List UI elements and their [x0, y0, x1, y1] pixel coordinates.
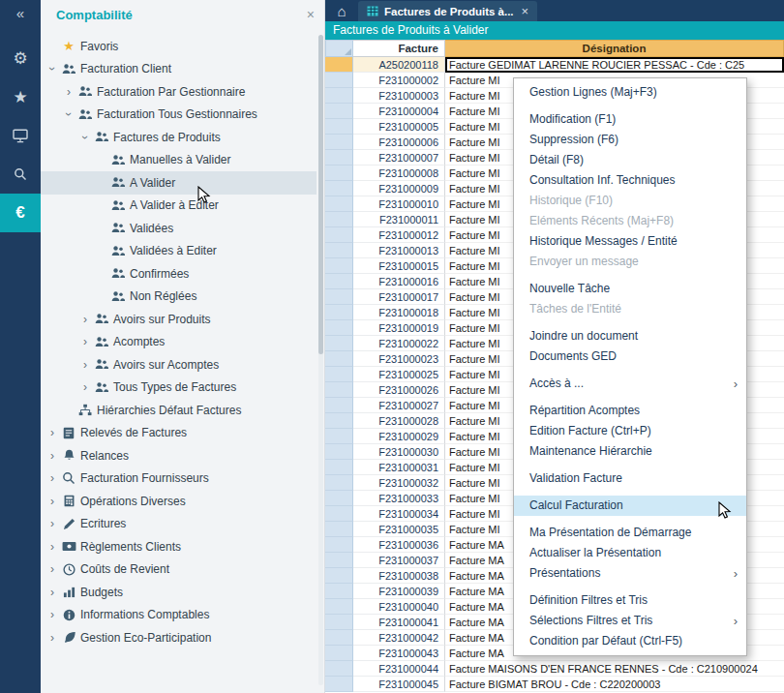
chevron-down-icon[interactable]: › — [45, 61, 59, 76]
menu-item-selections-filtres-et-tris[interactable]: Sélections Filtres et Tris› — [514, 611, 746, 631]
chevron-right-icon[interactable]: › — [45, 586, 60, 599]
row-selector-cell[interactable] — [325, 413, 353, 429]
menu-item-ma-presentation-de-demarrage[interactable]: Ma Présentation de Démarrage — [514, 523, 746, 543]
row-selector-cell[interactable] — [325, 88, 353, 104]
chevron-right-icon[interactable]: › — [77, 313, 93, 326]
row-selector-cell[interactable] — [325, 615, 353, 630]
row-selector-cell[interactable] — [325, 119, 353, 135]
sidebar-item-a-valider-a-editer[interactable]: A Valider à Editer — [41, 195, 317, 218]
chevron-right-icon[interactable]: › — [61, 85, 76, 99]
column-header-facture[interactable]: Facture — [353, 40, 445, 57]
row-selector-cell[interactable] — [325, 104, 353, 119]
tab-factures-de-produits[interactable]: Factures de Produits à... × — [358, 1, 537, 21]
row-selector-cell[interactable] — [325, 568, 353, 584]
sidebar-item-relances[interactable]: ›Relances — [41, 444, 317, 467]
sidebar-item-ecritures[interactable]: ›Ecritures — [41, 513, 317, 536]
menu-item-joindre-un-document[interactable]: Joindre un document — [514, 326, 746, 346]
sidebar-item-reglements-clients[interactable]: ›Règlements Clients — [41, 535, 317, 558]
chevron-down-icon[interactable]: › — [78, 130, 92, 145]
row-selector-cell[interactable] — [325, 646, 353, 661]
sidebar-item-facturation-tous-gestionnaires[interactable]: ›Facturation Tous Gestionnaires — [41, 104, 317, 127]
chevron-right-icon[interactable]: › — [45, 471, 60, 485]
menu-item-documents-ged[interactable]: Documents GED — [514, 346, 746, 367]
collapse-sidebar-icon[interactable]: « — [0, 0, 41, 25]
sidebar-item-avoirs-sur-acomptes[interactable]: ›Avoirs sur Acomptes — [41, 353, 317, 377]
row-selector-cell[interactable] — [325, 289, 353, 305]
row-selector-cell[interactable] — [325, 584, 353, 599]
chevron-right-icon[interactable]: › — [45, 540, 60, 554]
select-all-header-cell[interactable] — [325, 40, 353, 57]
table-row[interactable]: F231000045Facture BIGMAT BROU - Cde : C2… — [325, 677, 784, 692]
chevron-down-icon[interactable]: › — [62, 106, 75, 122]
row-selector-cell[interactable] — [325, 522, 353, 537]
sidebar-item-confirmees[interactable]: Confirmées — [41, 262, 317, 286]
menu-item-nouvelle-tache[interactable]: Nouvelle Tâche — [514, 279, 746, 299]
row-selector-cell[interactable] — [325, 351, 353, 367]
menu-item-presentations[interactable]: Présentations› — [514, 563, 746, 584]
menu-item-acces-a[interactable]: Accès à ...› — [514, 374, 746, 394]
chevron-right-icon[interactable]: › — [45, 631, 60, 645]
row-selector-cell[interactable] — [325, 398, 353, 413]
menu-item-repartition-acomptes[interactable]: Répartition Acomptes — [514, 401, 746, 421]
chevron-right-icon[interactable]: › — [45, 517, 60, 530]
chevron-right-icon[interactable]: › — [45, 449, 60, 463]
sidebar-item-facturation-client[interactable]: ›Facturation Client — [41, 58, 317, 81]
row-selector-cell[interactable] — [325, 475, 353, 491]
chevron-right-icon[interactable]: › — [77, 358, 93, 372]
row-selector-cell[interactable] — [325, 150, 353, 166]
row-selector-cell[interactable] — [325, 630, 353, 646]
menu-item-definition-filtres-et-tris[interactable]: Définition Filtres et Tris — [514, 590, 746, 611]
column-header-designation[interactable]: Désignation — [445, 40, 784, 57]
menu-item-detail-f8[interactable]: Détail (F8) — [514, 150, 746, 170]
row-selector-cell[interactable] — [325, 537, 353, 553]
sidebar-item-facturation-par-gestionnaire[interactable]: ›Facturation Par Gestionnaire — [41, 80, 317, 104]
row-selector-cell[interactable] — [325, 57, 353, 73]
sidebar-item-validees[interactable]: Validées — [41, 217, 317, 240]
menu-item-historique-messages-entite[interactable]: Historique Messages / Entité — [514, 231, 746, 252]
sidebar-item-favoris[interactable]: ★Favoris — [41, 35, 317, 58]
search-icon[interactable] — [0, 155, 41, 194]
menu-item-condition-par-defaut-ctrl-f5[interactable]: Condition par Défaut (Ctrl-F5) — [514, 631, 746, 651]
row-selector-cell[interactable] — [325, 73, 353, 88]
sidebar-item-avoirs-sur-produits[interactable]: ›Avoirs sur Produits — [41, 308, 317, 331]
row-selector-cell[interactable] — [325, 212, 353, 227]
chevron-right-icon[interactable]: › — [45, 562, 60, 576]
row-selector-cell[interactable] — [325, 677, 353, 692]
sidebar-close-button[interactable]: × — [307, 8, 315, 21]
sidebar-item-releves-de-factures[interactable]: ›Relevés de Factures — [41, 422, 317, 445]
sidebar-item-acomptes[interactable]: ›Acomptes — [41, 331, 317, 354]
menu-item-actualiser-la-presentation[interactable]: Actualiser la Présentation — [514, 543, 746, 563]
sidebar-item-informations-comptables[interactable]: ›Informations Comptables — [41, 604, 317, 627]
row-selector-cell[interactable] — [325, 599, 353, 615]
row-selector-cell[interactable] — [325, 227, 353, 243]
menu-item-edition-facture-ctrl-p[interactable]: Edition Facture (Ctrl+P) — [514, 421, 746, 441]
sidebar-item-a-valider[interactable]: A Valider — [41, 171, 317, 195]
sidebar-item-factures-de-produits[interactable]: ›Factures de Produits — [41, 126, 317, 149]
row-selector-cell[interactable] — [325, 196, 353, 212]
menu-item-maintenance-hierarchie[interactable]: Maintenance Hiérarchie — [514, 441, 746, 462]
row-selector-cell[interactable] — [325, 460, 353, 475]
row-selector-cell[interactable] — [325, 661, 353, 677]
chevron-right-icon[interactable]: › — [45, 426, 60, 439]
sidebar-item-validees-a-editer[interactable]: Validées à Editer — [41, 240, 317, 263]
menu-item-validation-facture[interactable]: Validation Facture — [514, 468, 746, 489]
row-selector-cell[interactable] — [325, 491, 353, 506]
chevron-right-icon[interactable]: › — [45, 495, 60, 508]
row-selector-cell[interactable] — [325, 181, 353, 196]
row-selector-cell[interactable] — [325, 274, 353, 289]
home-button[interactable]: ⌂ — [329, 0, 354, 21]
chevron-right-icon[interactable]: › — [77, 335, 93, 348]
sidebar-item-hierarchies-defaut-factures[interactable]: Hiérarchies Défaut Factures — [41, 399, 317, 422]
row-selector-cell[interactable] — [325, 305, 353, 320]
chevron-right-icon[interactable]: › — [77, 380, 93, 394]
menu-item-modification-f1[interactable]: Modification (F1) — [514, 109, 746, 130]
row-selector-cell[interactable] — [325, 336, 353, 351]
table-row[interactable]: A250200118Facture GEDIMAT LARENNE ROUCIE… — [325, 57, 784, 73]
menu-item-gestion-lignes-maj-f3[interactable]: Gestion Lignes (Maj+F3) — [514, 82, 746, 103]
sidebar-item-tous-types-de-factures[interactable]: ›Tous Types de Factures — [41, 377, 317, 400]
menu-item-suppression-f6[interactable]: Suppression (F6) — [514, 130, 746, 150]
sidebar-item-gestion-eco-participation[interactable]: ›Gestion Eco-Participation — [41, 626, 317, 649]
sidebar-item-facturation-fournisseurs[interactable]: ›Facturation Fournisseurs — [41, 467, 317, 491]
menu-item-calcul-facturation[interactable]: Calcul Facturation — [514, 496, 746, 516]
row-selector-cell[interactable] — [325, 444, 353, 460]
